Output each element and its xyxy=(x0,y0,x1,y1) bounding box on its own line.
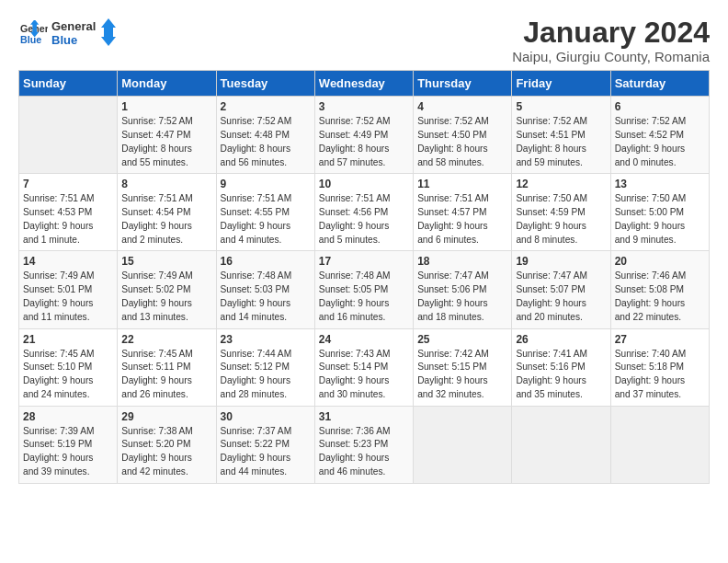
logo: General Blue General Blue xyxy=(18,17,116,50)
cell-0-4: 4Sunrise: 7:52 AMSunset: 4:50 PMDaylight… xyxy=(414,97,512,174)
page: General Blue General Blue January 2024 N… xyxy=(0,0,728,493)
cell-2-3: 17Sunrise: 7:48 AMSunset: 5:05 PMDayligh… xyxy=(314,251,413,328)
date-number: 8 xyxy=(121,178,211,190)
cell-4-0: 28Sunrise: 7:39 AMSunset: 5:19 PMDayligh… xyxy=(19,406,118,483)
day-wednesday: Wednesday xyxy=(314,71,413,97)
cell-info: Sunrise: 7:49 AMSunset: 5:01 PMDaylight:… xyxy=(23,270,113,324)
date-number: 24 xyxy=(319,333,409,346)
cell-0-2: 2Sunrise: 7:52 AMSunset: 4:48 PMDaylight… xyxy=(216,97,314,174)
cell-info: Sunrise: 7:52 AMSunset: 4:48 PMDaylight:… xyxy=(221,115,311,169)
cell-info: Sunrise: 7:52 AMSunset: 4:47 PMDaylight:… xyxy=(121,115,211,169)
cell-info: Sunrise: 7:48 AMSunset: 5:05 PMDaylight:… xyxy=(319,270,409,324)
cell-3-4: 25Sunrise: 7:42 AMSunset: 5:15 PMDayligh… xyxy=(414,328,512,406)
cell-info: Sunrise: 7:40 AMSunset: 5:18 PMDaylight:… xyxy=(615,348,705,402)
day-thursday: Thursday xyxy=(414,71,512,97)
cell-2-5: 19Sunrise: 7:47 AMSunset: 5:07 PMDayligh… xyxy=(512,251,610,328)
date-number: 19 xyxy=(516,255,606,268)
date-number: 30 xyxy=(221,410,311,423)
cell-3-5: 26Sunrise: 7:41 AMSunset: 5:16 PMDayligh… xyxy=(512,328,610,406)
cell-info: Sunrise: 7:50 AMSunset: 5:00 PMDaylight:… xyxy=(615,192,705,247)
cell-info: Sunrise: 7:37 AMSunset: 5:22 PMDaylight:… xyxy=(221,425,311,479)
date-number: 27 xyxy=(615,333,705,346)
cell-3-0: 21Sunrise: 7:45 AMSunset: 5:10 PMDayligh… xyxy=(19,328,118,406)
cell-2-6: 20Sunrise: 7:46 AMSunset: 5:08 PMDayligh… xyxy=(610,251,709,328)
cell-info: Sunrise: 7:43 AMSunset: 5:14 PMDaylight:… xyxy=(319,348,409,402)
cell-info: Sunrise: 7:52 AMSunset: 4:52 PMDaylight:… xyxy=(615,115,705,169)
date-number: 11 xyxy=(417,178,507,190)
date-number: 26 xyxy=(516,333,606,346)
cell-1-6: 13Sunrise: 7:50 AMSunset: 5:00 PMDayligh… xyxy=(610,174,709,251)
week-row-4: 28Sunrise: 7:39 AMSunset: 5:19 PMDayligh… xyxy=(19,406,710,483)
date-number: 22 xyxy=(121,333,211,346)
week-row-1: 7Sunrise: 7:51 AMSunset: 4:53 PMDaylight… xyxy=(19,174,710,251)
cell-3-1: 22Sunrise: 7:45 AMSunset: 5:11 PMDayligh… xyxy=(118,328,216,406)
date-number: 6 xyxy=(615,100,705,113)
cell-info: Sunrise: 7:52 AMSunset: 4:50 PMDaylight:… xyxy=(417,115,507,169)
svg-marker-5 xyxy=(101,18,116,46)
cell-info: Sunrise: 7:44 AMSunset: 5:12 PMDaylight:… xyxy=(221,348,311,402)
date-number: 4 xyxy=(417,100,507,113)
date-number: 14 xyxy=(23,255,113,268)
cell-0-0 xyxy=(19,97,118,174)
cell-2-4: 18Sunrise: 7:47 AMSunset: 5:06 PMDayligh… xyxy=(414,251,512,328)
svg-text:Blue: Blue xyxy=(20,34,41,45)
cell-info: Sunrise: 7:45 AMSunset: 5:11 PMDaylight:… xyxy=(121,348,211,402)
week-row-3: 21Sunrise: 7:45 AMSunset: 5:10 PMDayligh… xyxy=(19,328,710,406)
title-block: January 2024 Naipu, Giurgiu County, Roma… xyxy=(512,17,710,64)
date-number: 20 xyxy=(615,255,705,268)
cell-2-0: 14Sunrise: 7:49 AMSunset: 5:01 PMDayligh… xyxy=(19,251,118,328)
logo-svg: General Blue xyxy=(51,17,116,50)
date-number: 23 xyxy=(221,333,311,346)
cell-info: Sunrise: 7:47 AMSunset: 5:06 PMDaylight:… xyxy=(417,270,507,324)
main-title: January 2024 xyxy=(512,17,710,49)
date-number: 12 xyxy=(516,178,606,190)
date-number: 16 xyxy=(221,255,311,268)
cell-info: Sunrise: 7:51 AMSunset: 4:54 PMDaylight:… xyxy=(121,192,211,247)
cell-4-2: 30Sunrise: 7:37 AMSunset: 5:22 PMDayligh… xyxy=(216,406,314,483)
date-number: 1 xyxy=(121,100,211,113)
cell-info: Sunrise: 7:51 AMSunset: 4:56 PMDaylight:… xyxy=(319,192,409,247)
subtitle: Naipu, Giurgiu County, Romania xyxy=(512,49,710,64)
date-number: 9 xyxy=(221,178,311,190)
day-sunday: Sunday xyxy=(19,71,118,97)
cell-0-1: 1Sunrise: 7:52 AMSunset: 4:47 PMDaylight… xyxy=(118,97,216,174)
logo-icon: General Blue xyxy=(18,20,48,46)
cell-info: Sunrise: 7:51 AMSunset: 4:57 PMDaylight:… xyxy=(417,192,507,247)
cell-0-6: 6Sunrise: 7:52 AMSunset: 4:52 PMDaylight… xyxy=(610,97,709,174)
day-monday: Monday xyxy=(118,71,216,97)
cell-info: Sunrise: 7:42 AMSunset: 5:15 PMDaylight:… xyxy=(417,348,507,402)
calendar-table: Sunday Monday Tuesday Wednesday Thursday… xyxy=(18,70,710,484)
date-number: 10 xyxy=(319,178,409,190)
cell-info: Sunrise: 7:39 AMSunset: 5:19 PMDaylight:… xyxy=(23,425,113,479)
cell-4-4 xyxy=(414,406,512,483)
cell-info: Sunrise: 7:51 AMSunset: 4:53 PMDaylight:… xyxy=(23,192,113,247)
cell-1-4: 11Sunrise: 7:51 AMSunset: 4:57 PMDayligh… xyxy=(414,174,512,251)
date-number: 29 xyxy=(121,410,211,423)
cell-0-5: 5Sunrise: 7:52 AMSunset: 4:51 PMDaylight… xyxy=(512,97,610,174)
cell-1-1: 8Sunrise: 7:51 AMSunset: 4:54 PMDaylight… xyxy=(118,174,216,251)
cell-info: Sunrise: 7:52 AMSunset: 4:51 PMDaylight:… xyxy=(516,115,606,169)
day-saturday: Saturday xyxy=(610,71,709,97)
date-number: 28 xyxy=(23,410,113,423)
cell-4-1: 29Sunrise: 7:38 AMSunset: 5:20 PMDayligh… xyxy=(118,406,216,483)
cell-info: Sunrise: 7:48 AMSunset: 5:03 PMDaylight:… xyxy=(221,270,311,324)
cell-1-5: 12Sunrise: 7:50 AMSunset: 4:59 PMDayligh… xyxy=(512,174,610,251)
date-number: 2 xyxy=(221,100,311,113)
cell-2-2: 16Sunrise: 7:48 AMSunset: 5:03 PMDayligh… xyxy=(216,251,314,328)
svg-text:Blue: Blue xyxy=(51,33,77,47)
date-number: 15 xyxy=(121,255,211,268)
cell-info: Sunrise: 7:46 AMSunset: 5:08 PMDaylight:… xyxy=(615,270,705,324)
date-number: 21 xyxy=(23,333,113,346)
cell-1-0: 7Sunrise: 7:51 AMSunset: 4:53 PMDaylight… xyxy=(19,174,118,251)
cell-info: Sunrise: 7:45 AMSunset: 5:10 PMDaylight:… xyxy=(23,348,113,402)
cell-0-3: 3Sunrise: 7:52 AMSunset: 4:49 PMDaylight… xyxy=(314,97,413,174)
date-number: 3 xyxy=(319,100,409,113)
date-number: 7 xyxy=(23,178,113,190)
cell-info: Sunrise: 7:36 AMSunset: 5:23 PMDaylight:… xyxy=(319,425,409,479)
cell-4-5 xyxy=(512,406,610,483)
day-friday: Friday xyxy=(512,71,610,97)
cell-info: Sunrise: 7:38 AMSunset: 5:20 PMDaylight:… xyxy=(121,425,211,479)
date-number: 31 xyxy=(319,410,409,423)
cell-1-3: 10Sunrise: 7:51 AMSunset: 4:56 PMDayligh… xyxy=(314,174,413,251)
header: General Blue General Blue January 2024 N… xyxy=(18,17,710,64)
